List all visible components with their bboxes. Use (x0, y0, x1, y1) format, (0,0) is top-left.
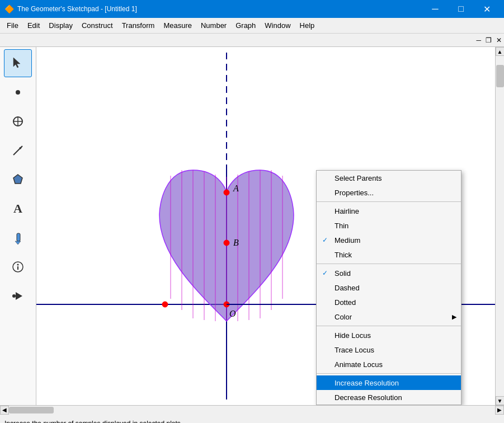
app-icon: 🔶 (4, 4, 14, 13)
menu-graph[interactable]: Graph (231, 19, 260, 32)
svg-marker-13 (16, 292, 22, 300)
maximize-button[interactable]: □ (448, 0, 474, 18)
compass-tool[interactable] (4, 107, 32, 135)
svg-marker-9 (15, 241, 21, 245)
doc-minimize[interactable]: ─ (476, 36, 481, 44)
scroll-track-horizontal[interactable] (9, 406, 495, 415)
cm-thin[interactable]: Thin (317, 218, 461, 233)
svg-point-32 (224, 240, 229, 246)
cm-hairline[interactable]: Hairline (317, 204, 461, 218)
info-tool[interactable] (4, 253, 32, 281)
scroll-thumb-horizontal[interactable] (9, 407, 54, 413)
doc-restore[interactable]: ❐ (486, 36, 492, 44)
svg-marker-0 (13, 58, 20, 68)
menu-file[interactable]: File (2, 19, 23, 32)
cm-color[interactable]: Color ▶ (317, 309, 461, 324)
text-tool[interactable]: A (4, 195, 32, 223)
svg-text:A: A (233, 184, 239, 193)
svg-text:O: O (229, 309, 236, 318)
cm-hide-locus[interactable]: Hide Locus (317, 328, 461, 342)
cm-separator-1 (317, 201, 461, 202)
point-tool[interactable] (4, 78, 32, 106)
menu-number[interactable]: Number (196, 19, 231, 32)
title-bar-title: The Geometer's Sketchpad - [Untitled 1] (17, 5, 137, 13)
scroll-down-button[interactable]: ▼ (496, 396, 505, 405)
select-tool[interactable] (4, 49, 32, 77)
menu-help[interactable]: Help (295, 19, 319, 32)
cm-thick[interactable]: Thick (317, 247, 461, 262)
animation-tool[interactable] (4, 282, 32, 310)
marker-tool[interactable] (4, 224, 32, 252)
cm-dashed[interactable]: Dashed (317, 280, 461, 295)
status-message: Increase the number of samples displayed… (4, 420, 500, 424)
minimize-button[interactable]: ─ (422, 0, 448, 18)
title-bar: 🔶 The Geometer's Sketchpad - [Untitled 1… (0, 0, 504, 18)
close-button[interactable]: ✕ (474, 0, 500, 18)
cm-trace-locus[interactable]: Trace Locus (317, 342, 461, 357)
scrollbar-vertical: ▲ ▼ (495, 47, 504, 405)
toolbar: A (0, 47, 36, 405)
doc-close[interactable]: ✕ (496, 36, 502, 44)
menu-bar: File Edit Display Construct Transform Me… (0, 18, 504, 34)
cm-increase-resolution[interactable]: Increase Resolution (317, 375, 461, 390)
cm-animate-locus[interactable]: Animate Locus (317, 357, 461, 372)
scroll-up-button[interactable]: ▲ (496, 47, 505, 56)
title-bar-controls: ─ □ ✕ (422, 0, 500, 18)
title-bar-left: 🔶 The Geometer's Sketchpad - [Untitled 1… (4, 4, 137, 13)
cm-separator-2 (317, 264, 461, 264)
menu-construct[interactable]: Construct (77, 19, 117, 32)
cm-select-parents[interactable]: Select Parents (317, 171, 461, 185)
secondary-bar: ─ ❐ ✕ (0, 34, 504, 47)
menu-measure[interactable]: Measure (159, 19, 196, 32)
main-area: A (0, 47, 504, 405)
context-menu: Select Parents Properties... Hairline Th… (316, 170, 461, 405)
svg-text:B: B (233, 238, 239, 247)
svg-marker-7 (13, 175, 22, 184)
cm-decrease-resolution[interactable]: Decrease Resolution (317, 390, 461, 405)
svg-point-36 (162, 302, 168, 307)
line-tool[interactable] (4, 137, 32, 164)
scroll-left-button[interactable]: ◀ (0, 406, 9, 415)
cm-properties[interactable]: Properties... (317, 185, 461, 200)
svg-point-11 (17, 264, 19, 266)
menu-window[interactable]: Window (260, 19, 295, 32)
cm-dotted[interactable]: Dotted (317, 295, 461, 309)
menu-transform[interactable]: Transform (117, 19, 159, 32)
cm-medium[interactable]: Medium (317, 233, 461, 247)
menu-edit[interactable]: Edit (23, 19, 44, 32)
svg-point-30 (224, 190, 229, 195)
polygon-tool[interactable] (4, 166, 32, 194)
svg-point-14 (12, 294, 16, 298)
canvas-area: A B O Select Parents Properties... Hairl… (36, 47, 495, 405)
cm-solid[interactable]: Solid (317, 266, 461, 280)
scroll-right-button[interactable]: ▶ (495, 406, 504, 415)
cm-separator-3 (317, 326, 461, 326)
svg-point-1 (16, 90, 20, 95)
color-submenu-arrow: ▶ (452, 313, 456, 321)
menu-display[interactable]: Display (44, 19, 77, 32)
scroll-thumb-vertical[interactable] (496, 65, 504, 87)
svg-rect-8 (17, 233, 20, 241)
cm-separator-4 (317, 373, 461, 374)
scrollbar-horizontal: ◀ ▶ (0, 405, 504, 414)
status-bar: Increase the number of samples displayed… (0, 414, 504, 423)
